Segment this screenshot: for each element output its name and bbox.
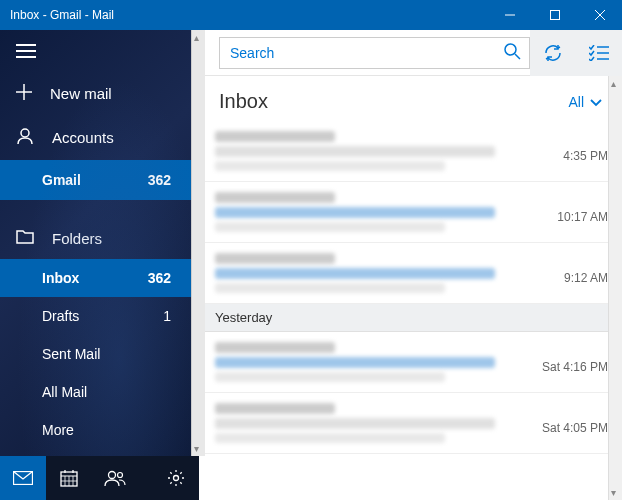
accounts-section[interactable]: Accounts <box>0 115 199 160</box>
message-subject <box>215 146 495 157</box>
account-gmail[interactable]: Gmail 362 <box>0 160 199 200</box>
message-time: 4:35 PM <box>563 131 608 163</box>
message-sender <box>215 342 335 353</box>
folder-inbox[interactable]: Inbox362 <box>0 259 199 297</box>
main-scrollbar[interactable] <box>608 76 622 500</box>
calendar-tab[interactable] <box>46 456 92 500</box>
bottom-bar <box>0 456 199 500</box>
folder-name: Inbox <box>42 270 79 286</box>
svg-point-9 <box>21 129 29 137</box>
message-time: Sat 4:05 PM <box>542 403 608 435</box>
message-time: Sat 4:16 PM <box>542 342 608 374</box>
message-preview <box>215 161 445 171</box>
sync-button[interactable] <box>530 30 576 76</box>
folder-drafts[interactable]: Drafts1 <box>0 297 199 335</box>
select-mode-button[interactable] <box>576 30 622 76</box>
search-input[interactable] <box>230 45 503 61</box>
page-title: Inbox <box>219 90 268 113</box>
sidebar: New mail Accounts Gmail 362 Folders Inbo… <box>0 30 199 500</box>
titlebar: Inbox - Gmail - Mail <box>0 0 622 30</box>
message-preview <box>215 222 445 232</box>
account-count: 362 <box>148 172 171 188</box>
message-time: 9:12 AM <box>564 253 608 285</box>
filter-label: All <box>568 94 584 110</box>
message-subject <box>215 418 495 429</box>
folder-icon <box>16 230 34 247</box>
folder-count: 1 <box>163 308 171 324</box>
mail-tab[interactable] <box>0 456 46 500</box>
minimize-button[interactable] <box>487 0 532 30</box>
folder-name: More <box>42 422 74 438</box>
folders-label: Folders <box>52 230 102 247</box>
message-preview <box>215 283 445 293</box>
svg-line-23 <box>515 54 520 59</box>
message-subject <box>215 357 495 368</box>
new-mail-label: New mail <box>50 85 112 102</box>
maximize-button[interactable] <box>532 0 577 30</box>
folder-sent-mail[interactable]: Sent Mail <box>0 335 199 373</box>
accounts-label: Accounts <box>52 129 114 146</box>
folders-section[interactable]: Folders <box>0 218 199 259</box>
account-name: Gmail <box>42 172 81 188</box>
message-preview <box>215 433 445 443</box>
svg-point-20 <box>118 473 123 478</box>
filter-dropdown[interactable]: All <box>568 94 602 110</box>
svg-point-19 <box>109 472 116 479</box>
svg-point-21 <box>174 476 179 481</box>
message-subject <box>215 207 495 218</box>
day-header: Yesterday <box>199 304 622 332</box>
message-list: 4:35 PM10:17 AM9:12 AMYesterdaySat 4:16 … <box>199 121 622 500</box>
svg-rect-1 <box>550 11 559 20</box>
folder-name: Sent Mail <box>42 346 100 362</box>
message-sender <box>215 403 335 414</box>
search-box[interactable] <box>219 37 530 69</box>
message-sender <box>215 253 335 264</box>
message-item[interactable]: 10:17 AM <box>199 182 622 243</box>
message-subject <box>215 268 495 279</box>
sidebar-scrollbar[interactable] <box>191 30 205 456</box>
close-button[interactable] <box>577 0 622 30</box>
folder-more[interactable]: More <box>0 411 199 449</box>
window-title: Inbox - Gmail - Mail <box>10 8 487 22</box>
message-item[interactable]: Sat 4:05 PM <box>199 393 622 454</box>
people-tab[interactable] <box>92 456 138 500</box>
folder-name: Drafts <box>42 308 79 324</box>
new-mail-button[interactable]: New mail <box>0 72 199 115</box>
folder-name: All Mail <box>42 384 87 400</box>
message-item[interactable]: Sat 4:16 PM <box>199 332 622 393</box>
search-icon[interactable] <box>503 42 521 64</box>
folder-all-mail[interactable]: All Mail <box>0 373 199 411</box>
main-pane: Inbox All 4:35 PM10:17 AM9:12 AMYesterda… <box>199 30 622 500</box>
settings-button[interactable] <box>153 456 199 500</box>
plus-icon <box>16 84 32 103</box>
folder-count: 362 <box>148 270 171 286</box>
message-sender <box>215 192 335 203</box>
message-sender <box>215 131 335 142</box>
svg-point-22 <box>505 44 516 55</box>
chevron-down-icon <box>590 94 602 110</box>
message-item[interactable]: 9:12 AM <box>199 243 622 304</box>
message-time: 10:17 AM <box>557 192 608 224</box>
message-preview <box>215 372 445 382</box>
message-item[interactable]: 4:35 PM <box>199 121 622 182</box>
person-icon <box>16 127 34 148</box>
hamburger-button[interactable] <box>0 30 199 72</box>
